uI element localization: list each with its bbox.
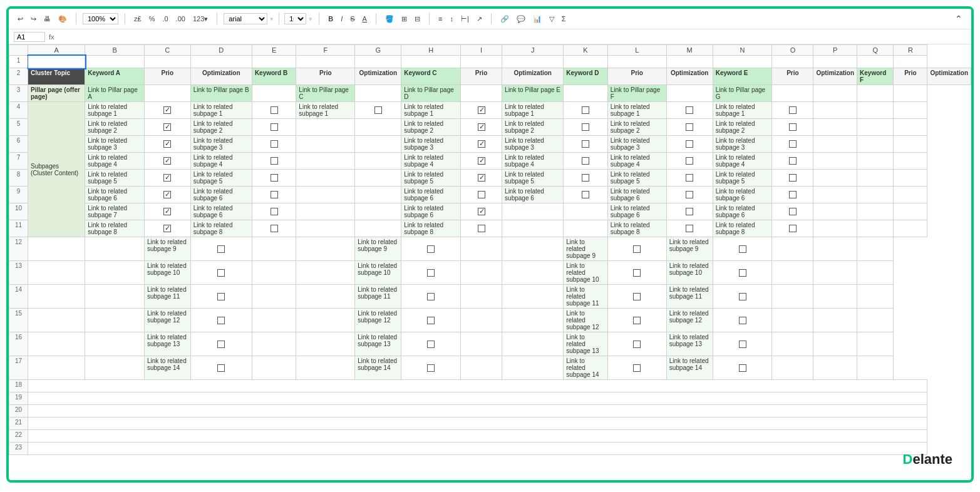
cell-subpage-4-link-c[interactable]	[296, 153, 355, 170]
checkbox-4f[interactable]	[686, 157, 693, 165]
checkbox-2b[interactable]	[271, 123, 278, 131]
col-header-h[interactable]: H	[401, 45, 461, 56]
checkbox-14d[interactable]	[427, 364, 435, 372]
cell-subpage-11-check-b[interactable]	[190, 285, 252, 309]
cell-subpage-13-link-b[interactable]: Link to related subpage 13	[144, 332, 190, 356]
cell-subpage-4-link-f[interactable]: Link to related subpage 4	[607, 153, 666, 170]
cell-e1[interactable]	[252, 56, 296, 68]
cell-subpage-2-link-g[interactable]: Link to related subpage 2	[713, 119, 772, 136]
cell-17-a[interactable]	[28, 356, 85, 380]
fill-color-button[interactable]: 🪣	[383, 14, 396, 24]
checkbox-11b[interactable]	[217, 293, 225, 300]
formula-input[interactable]	[58, 33, 966, 41]
cell-17-e[interactable]	[252, 356, 296, 380]
checkbox-13f[interactable]	[633, 341, 641, 348]
checkbox-4g[interactable]	[789, 157, 797, 165]
cell-k1[interactable]	[564, 56, 607, 68]
cell-subpage-9-check-g[interactable]	[713, 237, 772, 261]
cell-f1[interactable]	[296, 56, 355, 68]
cell-12-r[interactable]	[857, 237, 894, 261]
cell-pillar-prio-b[interactable]	[252, 85, 296, 102]
checkbox-3b[interactable]	[271, 140, 278, 148]
col-header-k[interactable]: K	[564, 45, 607, 56]
col-header-j[interactable]: J	[502, 45, 564, 56]
cell-subpage-14-check-g[interactable]	[713, 356, 772, 380]
cell-subpage-5-link-b[interactable]: Link to related subpage 5	[190, 170, 252, 187]
cell-subpage-3-check-b[interactable]	[252, 136, 296, 153]
col-header-d[interactable]: D	[190, 45, 252, 56]
cell-pillar-link-b[interactable]: Link to Pillar page B	[190, 85, 252, 102]
cell-subpage-6-check-c[interactable]	[355, 187, 401, 203]
cell-8-r[interactable]	[894, 170, 927, 187]
checkbox-11d[interactable]	[427, 293, 435, 300]
cell-subpage-11-link-b[interactable]: Link to related subpage 11	[144, 285, 190, 309]
checkbox-7f[interactable]	[686, 208, 693, 215]
cell-15-j[interactable]	[460, 309, 502, 332]
cell-15-b[interactable]	[85, 309, 145, 332]
format-123-btn[interactable]: 123▾	[190, 14, 210, 24]
cell-16-r[interactable]	[857, 332, 894, 356]
cell-prio-b-header[interactable]: Prio	[296, 68, 355, 85]
cell-subpage-1-link-c[interactable]: Link to related subpage 1	[296, 102, 355, 119]
cell-subpage-8-check-a[interactable]	[144, 220, 190, 237]
cell-subpage-9-check-b[interactable]	[190, 237, 252, 261]
cell-subpage-1-check-d[interactable]	[460, 102, 502, 119]
checkbox-3d[interactable]	[478, 140, 485, 148]
col-header-q[interactable]: Q	[857, 45, 894, 56]
cell-subpage-6-link-f[interactable]: Link to related subpage 6	[607, 187, 666, 203]
cell-subpage-14-link-b[interactable]: Link to related subpage 14	[144, 356, 190, 380]
checkbox-5d[interactable]	[478, 174, 485, 182]
cell-subpage-11-link-g[interactable]: Link to related subpage 11	[666, 285, 713, 309]
cell-subpage-11-check-g[interactable]	[713, 285, 772, 309]
cell-p1[interactable]	[813, 56, 857, 68]
cell-subpage-5-link-d[interactable]: Link to related subpage 5	[401, 170, 461, 187]
cell-subpage-2-link-b[interactable]: Link to related subpage 2	[190, 119, 252, 136]
cell-subpage-5-link-f[interactable]: Link to related subpage 5	[607, 170, 666, 187]
cell-13-q[interactable]	[813, 261, 857, 285]
cell-subpage-3-check-c[interactable]	[355, 136, 401, 153]
checkbox-7b[interactable]	[271, 208, 278, 215]
checkbox-9g[interactable]	[739, 245, 746, 253]
cell-subpage-4-link-e[interactable]: Link to related subpage 4	[502, 153, 564, 170]
cell-subpage-9-link-d[interactable]: Link to related subpage 9	[355, 237, 401, 261]
cell-keyword-a-header[interactable]: Keyword A	[85, 68, 145, 85]
cell-subpage-1-check-b[interactable]	[252, 102, 296, 119]
cell-subpage-2-check-c[interactable]	[355, 119, 401, 136]
cell-subpage-3-link-a[interactable]: Link to related subpage 3	[85, 136, 145, 153]
checkbox-8f[interactable]	[686, 225, 693, 232]
cell-subpage-11-link-d[interactable]: Link to related subpage 11	[355, 285, 401, 309]
cell-subpage-9-check-d[interactable]	[401, 237, 461, 261]
cell-subpage-13-link-f[interactable]: Link to related subpage 13	[564, 332, 607, 356]
checkbox-12d[interactable]	[427, 317, 435, 324]
checkbox-4b[interactable]	[271, 157, 278, 165]
cell-6-r[interactable]	[894, 136, 927, 153]
cell-prio-e-header[interactable]: Prio	[772, 68, 813, 85]
checkbox-4a[interactable]	[163, 157, 171, 165]
cell-subpage-6-link-c[interactable]	[296, 187, 355, 203]
cell-16-f[interactable]	[296, 332, 355, 356]
checkbox-9b[interactable]	[217, 245, 225, 253]
cell-subpage-8-check-g[interactable]	[772, 220, 813, 237]
align-left-button[interactable]: ≡	[436, 14, 445, 24]
cell-16-p[interactable]	[772, 332, 813, 356]
cell-14-r[interactable]	[857, 285, 894, 309]
cell-opt-d-header[interactable]: Optimization	[666, 68, 713, 85]
cell-16-j[interactable]	[460, 332, 502, 356]
cell-9-p[interactable]	[813, 187, 857, 203]
checkbox-10f[interactable]	[633, 269, 641, 277]
col-header-m[interactable]: M	[666, 45, 713, 56]
cell-12-e[interactable]	[252, 237, 296, 261]
cell-15-e[interactable]	[252, 309, 296, 332]
cell-subpage-13-link-d[interactable]: Link to related subpage 13	[355, 332, 401, 356]
cell-subpage-8-check-f[interactable]	[666, 220, 713, 237]
cell-subpage-1-check-f[interactable]	[666, 102, 713, 119]
cell-subpage-10-check-b[interactable]	[190, 261, 252, 285]
checkbox-5e[interactable]	[582, 174, 589, 182]
cell-subpage-2-check-b[interactable]	[252, 119, 296, 136]
checkbox-1d[interactable]	[478, 106, 485, 114]
checkbox-3f[interactable]	[686, 140, 693, 148]
cell-subpage-3-check-a[interactable]	[144, 136, 190, 153]
print-button[interactable]: 🖶	[41, 14, 53, 24]
cell-7-p[interactable]	[813, 153, 857, 170]
cell-17-b[interactable]	[85, 356, 145, 380]
